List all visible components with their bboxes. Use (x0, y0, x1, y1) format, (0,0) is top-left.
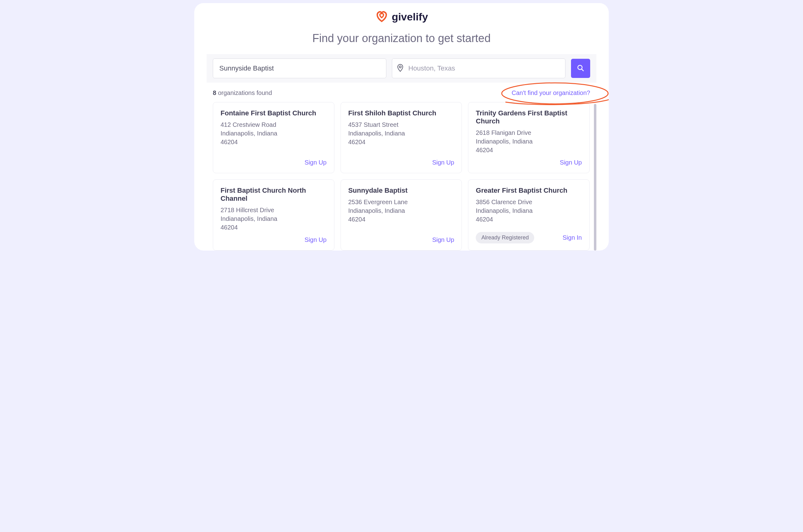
org-name: First Baptist Church North Channel (221, 187, 327, 203)
org-card[interactable]: Sunnydale Baptist2536 Evergreen Lane Ind… (341, 179, 462, 250)
org-card-footer: Sign Up (348, 236, 454, 243)
org-address: 4537 Stuart Street Indianapolis, Indiana… (348, 120, 454, 146)
org-address: 3856 Clarence Drive Indianapolis, Indian… (476, 198, 582, 224)
search-button[interactable] (571, 59, 590, 78)
search-icon (577, 64, 584, 73)
search-bar (207, 54, 596, 82)
org-address: 2536 Evergreen Lane Indianapolis, Indian… (348, 198, 454, 224)
org-card[interactable]: First Shiloh Baptist Church4537 Stuart S… (341, 102, 462, 173)
sign-up-link[interactable]: Sign Up (432, 236, 454, 243)
results-header: 8 organizations found Can't find your or… (194, 82, 609, 102)
org-search-input[interactable] (213, 58, 386, 78)
sign-up-link[interactable]: Sign Up (305, 159, 327, 166)
org-address: 2718 Hillcrest Drive Indianapolis, India… (221, 206, 327, 232)
org-card-footer: Sign Up (221, 236, 327, 243)
cant-find-wrapper: Can't find your organization? (512, 89, 590, 96)
svg-line-2 (581, 69, 584, 71)
org-name: Greater First Baptist Church (476, 187, 582, 194)
org-name: Sunnydale Baptist (348, 187, 454, 194)
givelify-heart-icon (375, 9, 388, 24)
org-search-field (213, 58, 386, 78)
sign-up-link[interactable]: Sign Up (305, 236, 327, 243)
already-registered-badge: Already Registered (476, 232, 534, 243)
org-address: 412 Crestview Road Indianapolis, Indiana… (221, 120, 327, 146)
page-title: Find your organization to get started (194, 32, 609, 45)
org-card[interactable]: First Baptist Church North Channel2718 H… (213, 179, 334, 250)
app-window: givelify Find your organization to get s… (194, 3, 609, 250)
results-count: 8 organizations found (213, 89, 272, 96)
scrollbar[interactable] (594, 104, 596, 250)
org-name: Trinity Gardens First Baptist Church (476, 109, 582, 125)
sign-up-link[interactable]: Sign Up (560, 159, 582, 166)
svg-point-0 (399, 66, 401, 68)
location-pin-icon (397, 64, 404, 73)
org-card[interactable]: Greater First Baptist Church3856 Clarenc… (468, 179, 590, 250)
brand-name: givelify (391, 11, 428, 23)
org-card[interactable]: Fontaine First Baptist Church412 Crestvi… (213, 102, 334, 173)
org-card-footer: Sign Up (476, 159, 582, 166)
results-grid: Fontaine First Baptist Church412 Crestvi… (213, 102, 590, 250)
results-area: Fontaine First Baptist Church412 Crestvi… (194, 102, 609, 250)
brand-logo: givelify (375, 9, 428, 24)
sign-up-link[interactable]: Sign Up (432, 159, 454, 166)
org-card-footer: Sign Up (221, 159, 327, 166)
header: givelify Find your organization to get s… (194, 9, 609, 45)
results-count-number: 8 (213, 89, 216, 96)
location-field (392, 58, 566, 78)
org-card-footer: Already RegisteredSign In (476, 232, 582, 243)
org-address: 2618 Flanigan Drive Indianapolis, Indian… (476, 128, 582, 154)
org-name: First Shiloh Baptist Church (348, 109, 454, 117)
location-input[interactable] (392, 58, 566, 78)
org-card-footer: Sign Up (348, 159, 454, 166)
org-name: Fontaine First Baptist Church (221, 109, 327, 117)
org-card[interactable]: Trinity Gardens First Baptist Church2618… (468, 102, 590, 173)
sign-in-link[interactable]: Sign In (563, 234, 582, 241)
results-count-suffix: organizations found (218, 89, 272, 96)
cant-find-link[interactable]: Can't find your organization? (512, 89, 590, 96)
